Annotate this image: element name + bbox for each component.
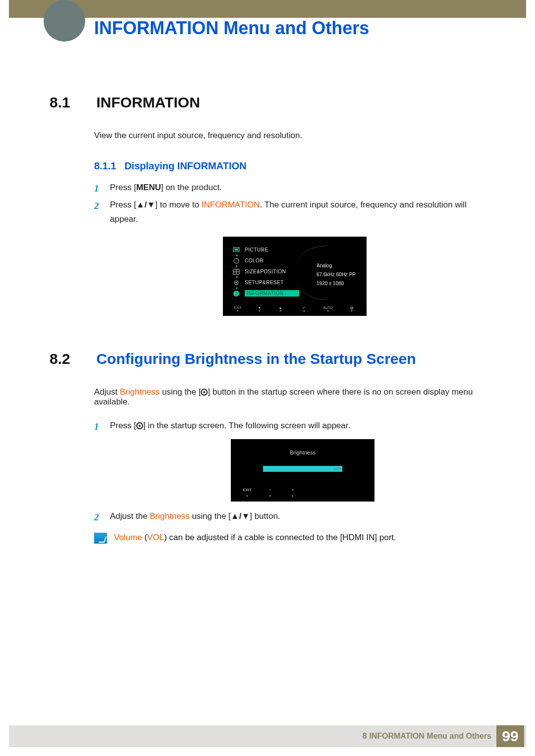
step-1: Press [] in the startup screen. The foll… xyxy=(94,419,495,502)
note: Volume (VOL) can be adjusted if a cable … xyxy=(94,533,495,544)
header-bar xyxy=(9,0,526,18)
note-text: Volume (VOL) can be adjusted if a cable … xyxy=(114,533,396,543)
gear-icon xyxy=(232,278,241,287)
osd-button-bar: EXIT▼ ▼▼ ▲▼ ↵▼ AUTO▼ ⏻▼ xyxy=(228,306,362,313)
chapter-badge xyxy=(44,0,85,42)
osd-brightness-screenshot: Brightness 100 EXIT▼ −▼ +▼ xyxy=(231,439,374,502)
svg-rect-1 xyxy=(234,249,238,251)
brightness-bar: 100 xyxy=(263,466,342,472)
section-8-2: 8.2 Configuring Brightness in the Startu… xyxy=(50,351,495,544)
size-position-icon xyxy=(232,267,241,276)
section-number: 8.1 xyxy=(50,94,94,111)
section-8-1: 8.1 INFORMATION View the current input s… xyxy=(50,94,495,316)
section-number: 8.2 xyxy=(50,351,94,367)
brightness-keyword: Brightness xyxy=(150,511,189,521)
osd-item-sizepos: SIZE&POSITION xyxy=(228,266,312,277)
note-icon xyxy=(94,533,107,544)
footer: 8 INFORMATION Menu and Others 99 xyxy=(9,725,526,747)
information-keyword: INFORMATION xyxy=(202,200,260,209)
chapter-title: INFORMATION Menu and Others xyxy=(94,18,369,39)
footer-text: 8 INFORMATION Menu and Others xyxy=(363,732,491,741)
svg-text:i: i xyxy=(236,291,237,297)
section-description: Adjust Brightness using the [] button in… xyxy=(94,387,495,407)
color-icon xyxy=(232,256,241,265)
menu-keyword: MENU xyxy=(136,183,161,192)
up-down-arrows: ▲/▼ xyxy=(231,511,250,521)
osd-brightness-title: Brightness xyxy=(236,448,370,457)
osd-information-screenshot: PICTURE COLOR SIZE&POSITION SETUP&RESET xyxy=(223,237,367,316)
circle-dot-icon xyxy=(201,389,208,396)
step-2: Press [▲/▼] to move to INFORMATION. The … xyxy=(94,198,495,227)
circle-dot-icon xyxy=(136,422,143,429)
info-frequency: 67.6kHz 60Hz PP xyxy=(317,270,356,279)
osd-item-picture: PICTURE xyxy=(228,245,312,255)
section-description: View the current input source, frequency… xyxy=(94,131,495,141)
step-2: Adjust the Brightness using the [▲/▼] bu… xyxy=(94,509,495,524)
brightness-keyword: Brightness xyxy=(120,387,160,397)
osd-item-setup: SETUP&RESET xyxy=(228,277,312,288)
section-title: INFORMATION xyxy=(96,94,200,111)
step-1: Press [MENU] on the product. xyxy=(94,181,495,195)
osd-button-bar: EXIT▼ −▼ +▼ xyxy=(236,487,370,499)
osd-item-information-selected: i INFORMATION xyxy=(228,288,312,299)
brightness-value: 100 xyxy=(333,465,340,473)
picture-icon xyxy=(232,246,241,254)
osd-item-color: COLOR xyxy=(228,255,312,266)
up-down-arrows: ▲/▼ xyxy=(136,200,155,209)
page-number: 99 xyxy=(496,725,524,747)
svg-point-7 xyxy=(236,282,237,283)
osd-info-pane: Analog 67.6kHz 60Hz PP 1920 x 1080 xyxy=(317,261,356,288)
info-resolution: 1920 x 1080 xyxy=(317,279,356,288)
info-source: Analog xyxy=(317,261,356,270)
subsection-title: 8.1.1 Displaying INFORMATION xyxy=(94,160,495,172)
section-title: Configuring Brightness in the Startup Sc… xyxy=(96,351,416,367)
info-icon: i xyxy=(232,289,241,298)
